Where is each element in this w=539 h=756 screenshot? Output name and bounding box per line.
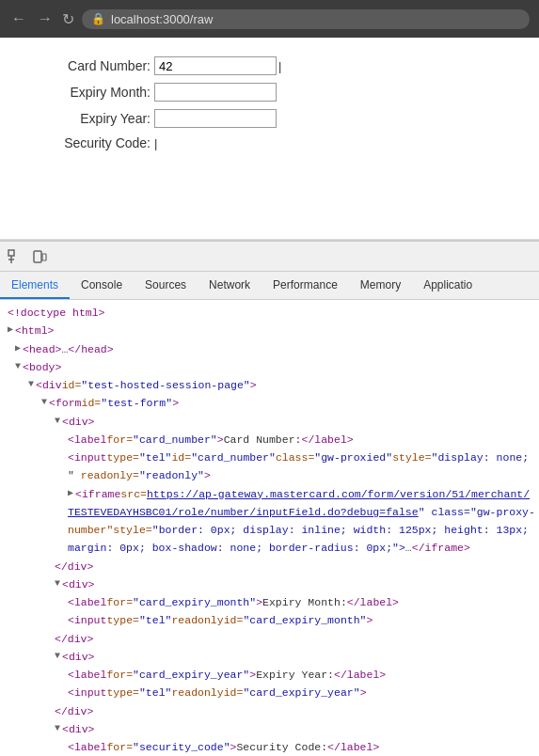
html-line-iframe-card: ▶ <iframe src=https://ap-gateway.masterc… xyxy=(0,485,539,503)
html-line-input-expiry-year: <input type="tel" readonly id="card_expi… xyxy=(0,684,539,701)
tab-application[interactable]: Application xyxy=(412,272,484,299)
html-line-div1-close: </div> xyxy=(0,558,539,575)
svg-rect-4 xyxy=(42,254,46,260)
back-button[interactable]: ← xyxy=(9,10,28,27)
html-line-html: ▶<html> xyxy=(0,322,539,339)
inspect-icon[interactable] xyxy=(4,245,26,268)
forward-button[interactable]: → xyxy=(36,10,55,27)
security-code-cursor: | xyxy=(154,136,157,150)
html-line-head: ▶<head>…</head> xyxy=(0,340,539,358)
address-bar[interactable]: 🔒 localhost:3000/raw xyxy=(82,9,530,29)
cursor-indicator: | xyxy=(278,59,281,73)
tab-console[interactable]: Console xyxy=(70,272,134,299)
devtools-toolbar xyxy=(0,242,539,272)
html-line-input-card-readonly: " readonly="readonly"> xyxy=(0,466,539,484)
card-number-row: Card Number: | xyxy=(38,56,501,75)
device-icon[interactable] xyxy=(28,245,51,268)
expiry-year-row: Expiry Year: xyxy=(38,109,501,128)
lock-icon: 🔒 xyxy=(91,12,105,25)
tab-performance[interactable]: Performance xyxy=(262,272,349,299)
html-line-input-card-number: <input type="tel" id="card_number" class… xyxy=(0,449,539,466)
devtools-tabs[interactable]: Elements Console Sources Network Perform… xyxy=(0,272,539,300)
tab-elements[interactable]: Elements xyxy=(0,272,70,299)
tab-network[interactable]: Network xyxy=(198,272,262,299)
html-line-label-card-number: <label for="card_number">Card Number:</l… xyxy=(0,431,539,449)
tab-sources[interactable]: Sources xyxy=(134,272,198,299)
security-code-row: Security Code: | xyxy=(38,135,501,150)
expiry-year-input[interactable] xyxy=(154,109,277,128)
html-line-label-expiry-year: <label for="card_expiry_year">Expiry Yea… xyxy=(0,666,539,684)
tab-memory[interactable]: Memory xyxy=(349,272,412,299)
expiry-month-label: Expiry Month: xyxy=(38,85,151,100)
html-line-iframe-card-style: number" style="border: 0px; display: inl… xyxy=(0,521,539,539)
html-line-input-expiry-month: <input type="tel" readonly id="card_expi… xyxy=(0,611,539,629)
html-line-div3-open: ▼<div> xyxy=(0,648,539,666)
html-line-form-test: ▼<form id="test-form"> xyxy=(0,394,539,412)
expiry-month-row: Expiry Month: xyxy=(38,83,501,102)
html-line-div2-open: ▼<div> xyxy=(0,575,539,593)
security-code-label: Security Code: xyxy=(38,135,151,150)
html-line-div3-close: </div> xyxy=(0,702,539,720)
page-content: Card Number: | Expiry Month: Expiry Year… xyxy=(0,38,539,240)
html-line-doctype: <!doctype html> xyxy=(0,304,539,322)
svg-rect-3 xyxy=(34,251,41,262)
html-line-div4-open: ▼<div> xyxy=(0,720,539,738)
browser-chrome: ← → ↻ 🔒 localhost:3000/raw xyxy=(0,0,539,38)
svg-rect-0 xyxy=(8,250,14,256)
html-line-div2-close: </div> xyxy=(0,630,539,648)
card-number-input[interactable] xyxy=(154,56,277,75)
html-line-iframe-card-margin: margin: 0px; box-shadow: none; border-ra… xyxy=(0,539,539,557)
expiry-year-label: Expiry Year: xyxy=(38,111,151,126)
url-text: localhost:3000/raw xyxy=(111,12,213,26)
html-line-label-expiry-month: <label for="card_expiry_month">Expiry Mo… xyxy=(0,593,539,611)
html-line-body-open: ▼<body> xyxy=(0,358,539,376)
html-line-iframe-card-url2: TESTEVEDAYHSBC01/role/number/inputField.… xyxy=(0,503,539,521)
html-line-div-test-hosted: ▼<div id="test-hosted-session-page"> xyxy=(0,376,539,394)
html-line-label-security-code: <label for="security_code">Security Code… xyxy=(0,738,539,756)
devtools-panel: Elements Console Sources Network Perform… xyxy=(0,240,539,756)
html-line-div1-open: ▼<div> xyxy=(0,413,539,431)
elements-panel: <!doctype html> ▶<html> ▶<head>…</head> … xyxy=(0,300,539,756)
expiry-month-input[interactable] xyxy=(154,83,277,102)
reload-button[interactable]: ↻ xyxy=(62,10,74,28)
card-number-label: Card Number: xyxy=(38,58,151,73)
